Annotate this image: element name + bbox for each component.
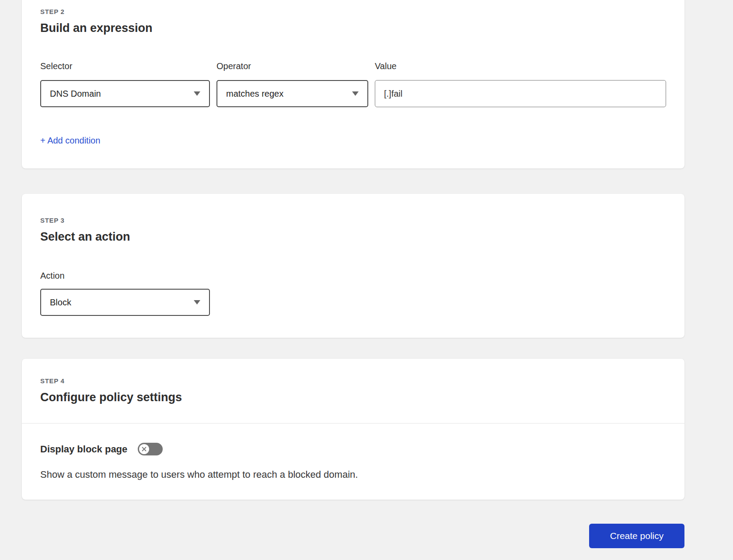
step3-step-label: STEP 3 (40, 217, 666, 224)
operator-field: Operator matches regex (216, 61, 368, 107)
step3-card: STEP 3 Select an action Action Block (22, 194, 684, 338)
step3-title: Select an action (40, 230, 666, 244)
step2-step-label: STEP 2 (40, 8, 666, 15)
value-input[interactable] (375, 80, 666, 107)
x-icon (142, 447, 147, 452)
create-policy-button[interactable]: Create policy (589, 524, 684, 548)
step4-card: STEP 4 Configure policy settings Display… (22, 359, 684, 500)
display-block-page-toggle[interactable] (138, 443, 163, 455)
operator-select[interactable]: matches regex (216, 80, 368, 107)
caret-down-icon (194, 91, 200, 96)
toggle-knob (139, 444, 149, 454)
value-label: Value (375, 61, 666, 71)
caret-down-icon (352, 91, 359, 96)
value-field: Value (375, 61, 666, 107)
action-select[interactable]: Block (40, 289, 210, 316)
selector-field: Selector DNS Domain (40, 61, 210, 107)
step2-card: STEP 2 Build an expression Selector DNS … (22, 0, 684, 168)
display-block-page-row: Display block page (40, 443, 666, 455)
block-page-description: Show a custom message to users who attem… (40, 469, 666, 481)
operator-label: Operator (216, 61, 368, 71)
selector-select[interactable]: DNS Domain (40, 80, 210, 107)
caret-down-icon (194, 300, 200, 304)
step2-title: Build an expression (40, 21, 666, 35)
policy-builder-page: STEP 2 Build an expression Selector DNS … (0, 0, 733, 560)
step4-title: Configure policy settings (40, 391, 666, 404)
add-condition-link[interactable]: + Add condition (40, 135, 100, 146)
step4-body: Display block page Show a custom message… (22, 424, 684, 481)
selector-label: Selector (40, 61, 210, 71)
step4-header: STEP 4 Configure policy settings (22, 359, 684, 424)
expression-fields-row: Selector DNS Domain Operator matches reg… (40, 61, 666, 107)
action-label: Action (40, 271, 666, 281)
step4-step-label: STEP 4 (40, 377, 666, 385)
action-select-value: Block (50, 298, 71, 308)
operator-select-value: matches regex (226, 89, 283, 99)
selector-select-value: DNS Domain (50, 89, 101, 99)
display-block-page-label: Display block page (40, 444, 127, 455)
